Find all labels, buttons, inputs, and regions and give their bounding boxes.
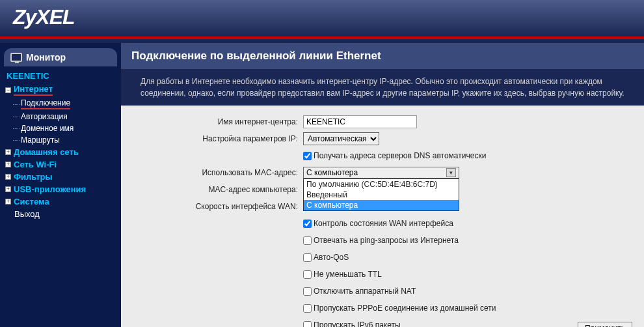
tree-line-icon	[13, 140, 20, 141]
nav-auth[interactable]: Авторизация	[5, 111, 116, 122]
nav-system[interactable]: + Система	[5, 195, 116, 208]
mac-option-computer[interactable]: С компьютера	[304, 200, 459, 210]
ttl-checkbox[interactable]	[303, 270, 312, 279]
brand-logo: ZyXEL	[0, 0, 644, 29]
autoqos-text: Авто-QoS	[314, 253, 349, 262]
name-input[interactable]	[303, 115, 417, 128]
nav-home-link[interactable]: Домашняя сеть	[14, 147, 79, 157]
mac-option-default[interactable]: По умолчанию (CC:5D:4E:4B:6C:7D)	[304, 179, 459, 190]
form-area: Имя интернет-центра: Настройка параметро…	[121, 106, 644, 327]
mac-select-value: С компьютера	[306, 168, 358, 177]
monitor-tab[interactable]: Монитор	[4, 48, 117, 66]
expand-icon[interactable]: +	[5, 149, 11, 155]
autoqos-label[interactable]: Авто-QoS	[303, 253, 631, 262]
label-mac-pc: MAC-адрес компьютера:	[134, 185, 303, 194]
label-mac: Использовать MAC-адрес:	[134, 168, 303, 177]
wan-control-label[interactable]: Контроль состояния WAN интерфейса	[303, 219, 631, 228]
mac-dropdown: По умолчанию (CC:5D:4E:4B:6C:7D) Введенн…	[303, 178, 459, 211]
nav-system-link[interactable]: Система	[14, 197, 49, 206]
nav-internet-link[interactable]: Интернет	[14, 84, 53, 96]
autoqos-checkbox[interactable]	[303, 253, 312, 262]
ip-select[interactable]: Автоматическая	[303, 132, 379, 145]
expand-icon[interactable]: +	[5, 186, 11, 192]
mac-select-display[interactable]: С компьютера ▾	[303, 167, 459, 178]
dns-auto-text: Получать адреса серверов DNS автоматичес…	[314, 151, 486, 160]
apply-button[interactable]: Применить	[578, 322, 632, 327]
nav-wifi-link[interactable]: Сеть Wi-Fi	[14, 160, 57, 169]
app-header: ZyXEL	[0, 0, 644, 36]
nav-domain[interactable]: Доменное имя	[5, 122, 116, 134]
nat-checkbox[interactable]	[303, 287, 312, 296]
nav-usb[interactable]: + USB-приложения	[5, 183, 116, 195]
nav-usb-link[interactable]: USB-приложения	[14, 184, 86, 194]
ping-checkbox[interactable]	[303, 236, 312, 245]
tree-line-icon	[13, 128, 20, 129]
dns-auto-label[interactable]: Получать адреса серверов DNS автоматичес…	[303, 151, 631, 160]
collapse-icon[interactable]: −	[5, 87, 11, 93]
pppoe-text: Пропускать PPPoE соединение из домашней …	[314, 304, 496, 313]
nav-domain-link[interactable]: Доменное имя	[21, 124, 74, 133]
nav-connection[interactable]: Подключение	[5, 97, 116, 111]
nav-routes[interactable]: Маршруты	[5, 134, 116, 146]
expand-icon[interactable]: +	[5, 174, 11, 180]
sidebar: Монитор KEENETIC − Интернет Подключение …	[0, 43, 121, 327]
dns-auto-checkbox[interactable]	[303, 152, 312, 160]
mac-option-entered[interactable]: Введенный	[304, 190, 459, 200]
ipv6-checkbox[interactable]	[303, 321, 312, 328]
mac-select[interactable]: С компьютера ▾ По умолчанию (CC:5D:4E:4B…	[303, 167, 459, 178]
ttl-text: Не уменьшать TTL	[314, 270, 382, 279]
expand-icon[interactable]: +	[5, 162, 11, 167]
nav-internet[interactable]: − Интернет	[5, 83, 116, 97]
nat-label[interactable]: Отключить аппаратный NAT	[303, 287, 631, 296]
page-description: Для работы в Интернете необходимо назнач…	[121, 69, 644, 106]
main-panel: Подключение по выделенной линии Ethernet…	[121, 43, 644, 327]
page-header: Подключение по выделенной линии Ethernet	[121, 43, 644, 69]
nav-home[interactable]: + Домашняя сеть	[5, 146, 116, 158]
monitor-icon	[10, 53, 22, 62]
nav-filters[interactable]: + Фильтры	[5, 171, 116, 183]
device-name: KEENETIC	[5, 69, 116, 83]
nav-auth-link[interactable]: Авторизация	[21, 112, 68, 121]
nav-filters-link[interactable]: Фильтры	[14, 172, 53, 182]
tree-line-icon	[13, 104, 20, 105]
nat-text: Отключить аппаратный NAT	[314, 287, 416, 296]
expand-icon[interactable]: +	[5, 199, 11, 205]
pppoe-checkbox[interactable]	[303, 304, 312, 313]
nav-routes-link[interactable]: Маршруты	[21, 135, 60, 145]
label-wan-speed: Скорость интерфейса WAN:	[134, 202, 303, 211]
ttl-label[interactable]: Не уменьшать TTL	[303, 270, 631, 279]
chevron-down-icon[interactable]: ▾	[446, 168, 456, 177]
monitor-label: Монитор	[26, 52, 66, 63]
ping-text: Отвечать на ping-запросы из Интернета	[314, 236, 459, 245]
nav-connection-link[interactable]: Подключение	[21, 98, 70, 109]
ping-label[interactable]: Отвечать на ping-запросы из Интернета	[303, 236, 631, 245]
nav-wifi[interactable]: + Сеть Wi-Fi	[5, 158, 116, 171]
nav-exit-link[interactable]: Выход	[14, 209, 40, 219]
nav-exit[interactable]: Выход	[5, 208, 116, 220]
label-ip: Настройка параметров IP:	[134, 134, 303, 143]
tree-line-icon	[13, 117, 20, 117]
page-title: Подключение по выделенной линии Ethernet	[131, 50, 634, 63]
wan-control-text: Контроль состояния WAN интерфейса	[314, 219, 453, 228]
label-name: Имя интернет-центра:	[134, 117, 303, 126]
ipv6-text: Пропускать IPv6 пакеты	[314, 320, 401, 327]
wan-control-checkbox[interactable]	[303, 220, 312, 228]
pppoe-label[interactable]: Пропускать PPPoE соединение из домашней …	[303, 304, 631, 313]
